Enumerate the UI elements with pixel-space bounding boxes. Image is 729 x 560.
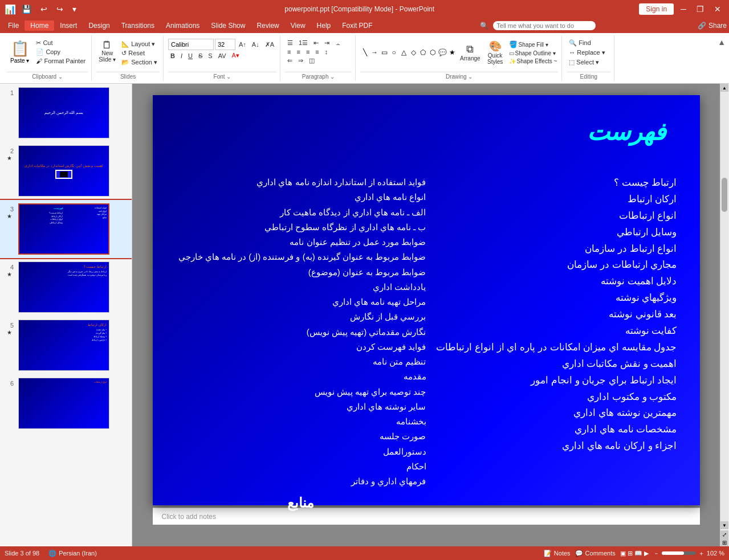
menu-insert[interactable]: Insert	[54, 21, 83, 31]
convert-smartart-button[interactable]: ◫	[307, 56, 317, 65]
shape-callout[interactable]: 💬	[438, 48, 447, 57]
shape-fill-button[interactable]: 🪣 Shape Fill ▾	[508, 40, 559, 49]
line-spacing-button[interactable]: ↕	[323, 48, 331, 56]
new-slide-button[interactable]: 🗒 NewSlide ▾	[96, 39, 118, 64]
justify-button[interactable]: ≡	[313, 48, 321, 56]
slide-thumb-6[interactable]: 6 انواع ارتباطات	[0, 374, 132, 432]
arrange-button[interactable]: ⧉ Arrange	[458, 42, 483, 63]
shape-outline-button[interactable]: ▭ Shape Outline ▾	[508, 50, 559, 57]
menu-help[interactable]: Help	[311, 21, 337, 31]
customize-quick-btn[interactable]: ▾	[69, 3, 80, 15]
shape-pentagon[interactable]: ⬠	[418, 48, 427, 57]
layout-button[interactable]: 📐 Layout ▾	[119, 40, 160, 48]
indent-less-button[interactable]: ⇤	[311, 39, 321, 47]
scroll-up-button[interactable]: ▲	[720, 84, 728, 92]
shape-triangle[interactable]: △	[399, 48, 408, 57]
align-left-button[interactable]: ≡	[285, 48, 293, 56]
menu-transitions[interactable]: Transitions	[116, 21, 160, 31]
italic-button[interactable]: I	[178, 52, 185, 60]
slide-sorter-button[interactable]: ⊞	[628, 550, 633, 557]
shape-effects-button[interactable]: ✨ Shape Effects ~	[508, 58, 559, 65]
slide-star-1	[9, 97, 10, 103]
replace-button[interactable]: ↔ Replace ▾	[567, 48, 610, 57]
notes-button[interactable]: 📝 Notes	[544, 550, 571, 557]
undo-quick-btn[interactable]: ↩	[37, 3, 51, 15]
shape-line[interactable]: ╲	[360, 48, 369, 57]
underline-button[interactable]: U	[186, 52, 195, 60]
redo-quick-btn[interactable]: ↪	[53, 3, 67, 15]
quick-styles-button[interactable]: 🎨 QuickStyles	[484, 39, 507, 66]
slide-canvas[interactable]: فهرست ارتباط چيست ؟ اركان ارتباط انواع ا…	[153, 95, 700, 505]
shape-star[interactable]: ★	[447, 48, 457, 57]
scroll-thumb[interactable]	[722, 178, 727, 212]
zoom-in-button[interactable]: ＋	[698, 549, 704, 558]
menu-home[interactable]: Home	[25, 21, 54, 31]
reset-button[interactable]: ↺ Reset	[119, 49, 160, 58]
bullets-button[interactable]: ☰	[285, 39, 295, 47]
menu-slideshow[interactable]: Slide Show	[205, 21, 251, 31]
increase-font-button[interactable]: A↑	[237, 40, 249, 48]
zoom-out-button[interactable]: －	[653, 549, 659, 558]
align-right-button[interactable]: ≡	[304, 48, 312, 56]
slide-thumb-3[interactable]: 3 ★ فهرست ارتباط چيست؟ اركان ارتباط انوا…	[0, 200, 132, 258]
scroll-track[interactable]	[720, 92, 728, 521]
slide-thumb-2[interactable]: 2 ★ اهمیت و نقش آیین نگارش استاندارد در …	[0, 142, 132, 200]
spacing-button[interactable]: AV	[216, 52, 229, 60]
signin-button[interactable]: Sign in	[639, 3, 674, 15]
shape-hexagon[interactable]: ⬡	[428, 48, 437, 57]
collapse-ribbon-button[interactable]: ▲	[718, 38, 726, 47]
save-quick-btn[interactable]: 💾	[18, 3, 35, 15]
zoom-slider[interactable]	[662, 551, 696, 555]
restore-button[interactable]: ❐	[693, 3, 707, 15]
minimize-button[interactable]: ─	[677, 3, 690, 15]
menu-review[interactable]: Review	[251, 21, 284, 31]
menu-file[interactable]: File	[2, 21, 25, 31]
align-center-button[interactable]: ≡	[294, 48, 302, 56]
shape-rect[interactable]: ▭	[380, 48, 389, 57]
close-button[interactable]: ✕	[711, 3, 724, 15]
menu-animations[interactable]: Animations	[160, 21, 205, 31]
copy-button[interactable]: 📄 Copy	[34, 48, 88, 56]
shape-arrow[interactable]: →	[370, 48, 379, 57]
paragraph-group: ☰ 1☰ ⇤ ⇥ ⫠ ≡ ≡ ≡ ≡ ↕ ⇐ ⇒ ◫	[282, 35, 356, 81]
rtl-button[interactable]: ⇐	[285, 56, 295, 65]
font-size-input[interactable]	[215, 39, 235, 50]
clear-format-button[interactable]: ✗A	[263, 40, 276, 49]
fit-page-button[interactable]: ⊞	[720, 538, 728, 546]
search-input[interactable]	[493, 21, 596, 30]
normal-view-button[interactable]: ▣	[620, 550, 626, 557]
font-name-input[interactable]	[168, 39, 214, 50]
left-item-1: فوايد استفاده از استاندارد اندازه نامه ه…	[176, 175, 426, 190]
section-button[interactable]: 📂 Section ▾	[119, 58, 160, 67]
decrease-font-button[interactable]: A↓	[250, 40, 262, 48]
shapes-palette: ╲ → ▭ ○ △ ◇ ⬠ ⬡ 💬 ★	[360, 48, 457, 57]
menu-design[interactable]: Design	[83, 21, 115, 31]
slide-thumb-4[interactable]: 4 ★ ارتباط چیست ؟ ارتباط به معنی ربط داد…	[0, 258, 132, 316]
shadow-button[interactable]: S	[206, 52, 214, 60]
fit-width-button[interactable]: ⤢	[720, 530, 728, 538]
select-button[interactable]: ⬚ Select ▾	[567, 58, 610, 67]
paste-button[interactable]: 📋 Paste ▾	[7, 39, 32, 65]
columns-button[interactable]: ⫠	[333, 39, 344, 47]
shape-oval[interactable]: ○	[389, 48, 398, 57]
strikethrough-button[interactable]: S	[196, 52, 205, 60]
scroll-down-button[interactable]: ▼	[720, 521, 728, 529]
slideshow-button[interactable]: ▶	[644, 550, 649, 557]
shape-diamond[interactable]: ◇	[409, 48, 418, 57]
menu-foxit[interactable]: Foxit PDF	[336, 21, 378, 31]
cut-button[interactable]: ✂ Cut	[34, 39, 88, 47]
slide-thumb-5[interactable]: 5 ★ اركان ارتباط • پيام دهنده • پيام گير…	[0, 316, 132, 374]
slide-thumb-1[interactable]: 1 بسم الله الرحمن الرحیم	[0, 84, 132, 142]
bold-button[interactable]: B	[168, 52, 177, 60]
font-color-button[interactable]: A▾	[230, 51, 242, 60]
share-label[interactable]: Share	[708, 22, 727, 30]
indent-more-button[interactable]: ⇥	[322, 39, 332, 47]
format-painter-button[interactable]: 🖌 Format Painter	[34, 57, 88, 65]
comments-button[interactable]: 💬 Comments	[575, 550, 616, 557]
slide-star-3: ★	[7, 213, 12, 219]
numbering-button[interactable]: 1☰	[296, 39, 310, 47]
find-button[interactable]: 🔍 Find	[567, 39, 610, 47]
reading-view-button[interactable]: 📖	[634, 550, 642, 557]
ltr-button[interactable]: ⇒	[296, 56, 306, 65]
menu-view[interactable]: View	[285, 21, 311, 31]
